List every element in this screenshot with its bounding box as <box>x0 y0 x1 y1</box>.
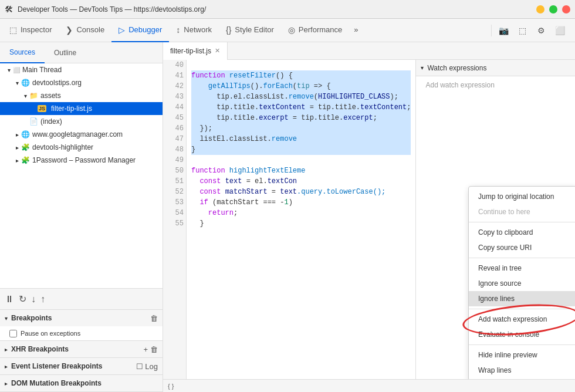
tab-debugger-label: Debugger <box>128 25 162 34</box>
left-panel: Sources Outline ▾ ⬜ Main Thread ▾ 🌐 devt… <box>0 42 163 392</box>
ctx-reveal-tree[interactable]: Reveal in tree <box>469 261 575 276</box>
tree-item-devtoolstips[interactable]: ▾ 🌐 devtoolstips.org <box>0 76 163 89</box>
tree-item-label: www.googletagmanager.com <box>32 130 123 138</box>
xhr-header[interactable]: ▸ XHR Breakpoints + 🗑 <box>0 341 163 357</box>
tree-item-googletagmanager[interactable]: ▸ 🌐 www.googletagmanager.com <box>0 128 163 141</box>
ctx-evaluate-console[interactable]: Evaluate in console <box>469 327 575 342</box>
tab-debugger[interactable]: ▷ Debugger <box>111 19 169 42</box>
tab-inspector[interactable]: ⬚ Inspector <box>2 19 59 42</box>
domain-icon: 🌐 <box>21 79 30 87</box>
step-over-button[interactable]: ↻ <box>19 293 26 305</box>
status-bar: { } (41, 1) ⚙ ⚙ <box>163 379 575 392</box>
tree-item-filter-tip-list[interactable]: JS filter-tip-list.js <box>0 102 163 115</box>
log-checkbox[interactable]: ☐ Log <box>136 362 158 371</box>
ctx-jump-original[interactable]: Jump to original location <box>469 189 575 204</box>
watch-toggle: ▾ <box>421 65 424 71</box>
ctx-hide-preview[interactable]: Hide inline preview <box>469 347 575 363</box>
code-line-53: if (matchStart === -1) <box>191 197 411 208</box>
tree-item-1password[interactable]: ▸ 🧩 1Password – Password Manager <box>0 154 163 167</box>
domain-icon: 🌐 <box>21 130 30 138</box>
tree-item-label: assets <box>40 92 61 100</box>
ctx-add-watch[interactable]: Add watch expression <box>469 312 575 327</box>
tab-outline[interactable]: Outline <box>45 42 86 63</box>
tree-item-index[interactable]: 📄 (index) <box>0 115 163 128</box>
code-line-41: function resetFilter() { <box>191 70 411 81</box>
ctx-separator-1 <box>469 222 575 222</box>
tab-network-label: Network <box>184 25 212 34</box>
js-file-icon: JS <box>38 105 46 112</box>
console-icon: ❯ <box>66 25 73 35</box>
ctx-copy-clipboard[interactable]: Copy to clipboard <box>469 225 575 240</box>
tree-item-label: Main Thread <box>22 66 62 74</box>
code-line-43: tip.el.classList.remove(HIGHLIGHTED_CLAS… <box>191 92 411 102</box>
maximize-button[interactable] <box>549 5 557 13</box>
xhr-title: XHR Breakpoints <box>11 345 143 353</box>
folder-icon: 📁 <box>29 92 38 100</box>
code-line-50: function highlightTextEleme <box>191 165 411 176</box>
pause-exceptions-checkbox[interactable] <box>9 330 17 337</box>
file-tab-filter-tip-list[interactable]: filter-tip-list.js ✕ <box>163 42 228 60</box>
event-listener-actions: ☐ Log <box>136 362 158 371</box>
screenshot-button[interactable]: 📷 <box>495 22 512 39</box>
code-line-54: return; <box>191 208 411 218</box>
bottom-panels: ▾ Breakpoints 🗑 Pause on exceptions ▸ XH… <box>0 309 163 392</box>
breakpoints-panel: ▾ Breakpoints 🗑 Pause on exceptions <box>0 310 163 341</box>
expand-arrow: ▸ <box>13 157 21 164</box>
watch-placeholder: Add watch expression <box>416 76 575 94</box>
settings-button[interactable]: ⚙ <box>533 22 549 39</box>
content-area: Sources Outline ▾ ⬜ Main Thread ▾ 🌐 devt… <box>0 42 575 392</box>
tab-console[interactable]: ❯ Console <box>59 19 111 42</box>
tab-sources[interactable]: Sources <box>0 42 45 63</box>
toolbar-separator <box>491 25 492 36</box>
tree-item-devtools-highlighter[interactable]: ▸ 🧩 devtools-highlighter <box>0 141 163 154</box>
pause-button[interactable]: ⏸ <box>5 294 14 305</box>
delete-xhr-button[interactable]: 🗑 <box>150 345 158 354</box>
ctx-separator-3 <box>469 309 575 309</box>
tree-item-main-thread[interactable]: ▾ ⬜ Main Thread <box>0 63 163 76</box>
main-toolbar: ⬚ Inspector ❯ Console ▷ Debugger ↕ Netwo… <box>0 19 575 42</box>
code-content: function resetFilter() { getAllTips().fo… <box>187 60 415 379</box>
ctx-continue-here[interactable]: Continue to here <box>469 204 575 219</box>
minimize-button[interactable] <box>536 5 544 13</box>
window-controls <box>536 5 570 13</box>
ctx-separator-2 <box>469 258 575 258</box>
close-button[interactable] <box>562 5 570 13</box>
performance-icon: ◎ <box>288 25 295 35</box>
sources-header: Sources Outline <box>0 42 163 63</box>
window-icon: 🛠 <box>5 5 13 14</box>
event-listener-header[interactable]: ▸ Event Listener Breakpoints ☐ Log <box>0 358 163 374</box>
tab-inspector-label: Inspector <box>21 25 52 34</box>
responsive-button[interactable]: ⬚ <box>514 22 530 39</box>
dom-mutation-header[interactable]: ▸ DOM Mutation Breakpoints <box>0 375 163 391</box>
toggle-arrow: ▸ <box>5 346 8 353</box>
code-line-48: } <box>191 144 411 155</box>
style-editor-icon: {} <box>226 25 231 35</box>
ctx-copy-uri[interactable]: Copy source URI <box>469 240 575 255</box>
tab-performance[interactable]: ◎ Performance <box>281 19 349 42</box>
extension-icon: 🧩 <box>21 156 30 164</box>
tab-performance-label: Performance <box>299 25 342 34</box>
network-icon: ↕ <box>176 25 180 35</box>
tab-style-editor[interactable]: {} Style Editor <box>219 19 281 42</box>
tree-item-assets[interactable]: ▾ 📁 assets <box>0 89 163 102</box>
toggle-arrow: ▸ <box>5 380 8 387</box>
delete-breakpoints-button[interactable]: 🗑 <box>150 314 158 323</box>
close-tab-button[interactable]: ✕ <box>215 47 220 55</box>
ctx-ignore-source[interactable]: Ignore source <box>469 276 575 291</box>
extension-icon: 🧩 <box>21 143 30 151</box>
expand-arrow: ▸ <box>13 131 21 138</box>
step-in-button[interactable]: ↓ <box>31 294 36 305</box>
tab-network[interactable]: ↕ Network <box>169 19 219 42</box>
dock-button[interactable]: ⬜ <box>552 22 568 39</box>
more-tabs-button[interactable]: » <box>349 19 363 42</box>
tab-style-editor-label: Style Editor <box>235 25 273 34</box>
step-out-button[interactable]: ↑ <box>40 294 45 305</box>
pause-on-exceptions-item[interactable]: Pause on exceptions <box>0 326 163 340</box>
ctx-wrap-lines[interactable]: Wrap lines <box>469 363 575 378</box>
ctx-ignore-lines[interactable]: Ignore lines <box>469 291 575 306</box>
toggle-arrow: ▸ <box>5 363 8 370</box>
xhr-actions: + 🗑 <box>143 345 158 354</box>
add-xhr-button[interactable]: + <box>143 345 148 354</box>
dom-mutation-title: DOM Mutation Breakpoints <box>11 379 158 387</box>
breakpoints-header[interactable]: ▾ Breakpoints 🗑 <box>0 310 163 326</box>
